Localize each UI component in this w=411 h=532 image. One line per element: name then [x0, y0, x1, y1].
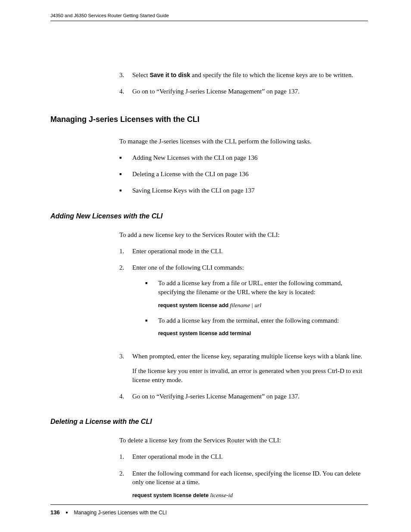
- page-number: 136: [50, 509, 60, 516]
- command-italic: filename | url: [230, 302, 262, 308]
- adding-steps: 1. Enter operational mode in the CLI. 2.…: [119, 247, 368, 401]
- square-bullet-icon: ■: [119, 153, 132, 160]
- cli-command: request system license add filename | ur…: [158, 302, 368, 309]
- task-bullet-list: ■ Adding New Licenses with the CLI on pa…: [119, 153, 368, 195]
- list-item: 4. Go on to “Verifying J-series License …: [119, 87, 368, 96]
- list-text: Adding New Licenses with the CLI on page…: [132, 153, 368, 162]
- list-text: Enter operational mode in the CLI.: [132, 247, 368, 255]
- list-text: Deleting a License with the CLI on page …: [132, 170, 368, 178]
- list-number: 1.: [119, 247, 132, 255]
- list-text: Enter operational mode in the CLI.: [132, 452, 368, 461]
- list-number: 2.: [119, 469, 132, 478]
- text-fragment: Enter one of the following CLI commands:: [132, 264, 244, 271]
- list-number: 4.: [119, 87, 132, 96]
- paragraph: To manage the J-series licenses with the…: [119, 137, 368, 146]
- list-item: ■ To add a license key from the terminal…: [145, 316, 368, 337]
- list-item: 1. Enter operational mode in the CLI.: [119, 452, 368, 461]
- top-numbered-list: 3. Select Save it to disk and specify th…: [119, 71, 368, 96]
- command-bold: request system license add: [158, 302, 230, 308]
- command-bold: request system license delete: [132, 492, 210, 498]
- list-text: Enter one of the following CLI commands:…: [132, 263, 368, 344]
- text-fragment: and specify the file to which the licens…: [190, 72, 353, 78]
- list-number: 3.: [119, 352, 132, 361]
- command-bold: request system license add terminal: [158, 330, 251, 336]
- running-head: J4350 and J6350 Services Router Getting …: [50, 13, 368, 21]
- square-bullet-icon: ■: [66, 510, 68, 514]
- paragraph: To add a new license key to the Services…: [119, 230, 368, 239]
- list-item: 3. Select Save it to disk and specify th…: [119, 71, 368, 79]
- cli-command: request system license delete license-id: [132, 492, 368, 499]
- text-fragment: Select: [132, 72, 149, 78]
- section-body: To manage the J-series licenses with the…: [119, 137, 368, 195]
- text-fragment: To add a license key from a file or URL,…: [158, 280, 342, 295]
- list-text: Select Save it to disk and specify the f…: [132, 71, 368, 79]
- square-bullet-icon: ■: [145, 279, 158, 285]
- list-item: ■ To add a license key from a file or UR…: [145, 279, 368, 309]
- list-text: Enter the following command for each lic…: [132, 469, 368, 500]
- bold-text: Save it to disk: [149, 72, 190, 78]
- list-item: 2. Enter one of the following CLI comman…: [119, 263, 368, 344]
- list-item: ■ Saving License Keys with the CLI on pa…: [119, 186, 368, 195]
- command-italic: license-id: [210, 492, 233, 498]
- list-text: To add a license key from a file or URL,…: [158, 279, 368, 309]
- list-number: 1.: [119, 452, 132, 461]
- list-item: 2. Enter the following command for each …: [119, 469, 368, 500]
- square-bullet-icon: ■: [119, 170, 132, 176]
- list-item: ■ Deleting a License with the CLI on pag…: [119, 170, 368, 178]
- deleting-steps: 1. Enter operational mode in the CLI. 2.…: [119, 452, 368, 499]
- square-bullet-icon: ■: [145, 316, 158, 323]
- square-bullet-icon: ■: [119, 186, 132, 193]
- list-number: 3.: [119, 71, 132, 79]
- heading-adding-licenses-cli: Adding New Licenses with the CLI: [50, 212, 368, 220]
- deleting-body: To delete a license key from the Service…: [119, 436, 368, 499]
- list-item: 4. Go on to “Verifying J-series License …: [119, 392, 368, 401]
- list-text: Saving License Keys with the CLI on page…: [132, 186, 368, 195]
- list-number: 4.: [119, 392, 132, 401]
- list-text: Go on to “Verifying J-series License Man…: [132, 87, 368, 96]
- heading-deleting-license-cli: Deleting a License with the CLI: [50, 418, 368, 426]
- list-item: 1. Enter operational mode in the CLI.: [119, 247, 368, 255]
- page-footer: 136 ■ Managing J-series Licenses with th…: [50, 504, 368, 516]
- paragraph: If the license key you enter is invalid,…: [132, 367, 368, 384]
- page: J4350 and J6350 Services Router Getting …: [0, 0, 411, 532]
- list-text: Go on to “Verifying J-series License Man…: [132, 392, 368, 401]
- text-fragment: Enter the following command for each lic…: [132, 470, 361, 485]
- paragraph: To delete a license key from the Service…: [119, 436, 368, 445]
- heading-managing-licenses-cli: Managing J-series Licenses with the CLI: [50, 115, 368, 124]
- cli-command: request system license add terminal: [158, 330, 368, 337]
- nested-bullets: ■ To add a license key from a file or UR…: [145, 279, 368, 337]
- list-text: To add a license key from the terminal, …: [158, 316, 368, 337]
- footer-text: Managing J-series Licenses with the CLI: [74, 510, 167, 516]
- list-number: 2.: [119, 263, 132, 272]
- list-item: ■ Adding New Licenses with the CLI on pa…: [119, 153, 368, 162]
- list-item: 3. When prompted, enter the license key,…: [119, 352, 368, 384]
- list-text: When prompted, enter the license key, se…: [132, 352, 368, 384]
- text-fragment: To add a license key from the terminal, …: [158, 317, 339, 324]
- adding-body: To add a new license key to the Services…: [119, 230, 368, 401]
- text-fragment: When prompted, enter the license key, se…: [132, 353, 362, 360]
